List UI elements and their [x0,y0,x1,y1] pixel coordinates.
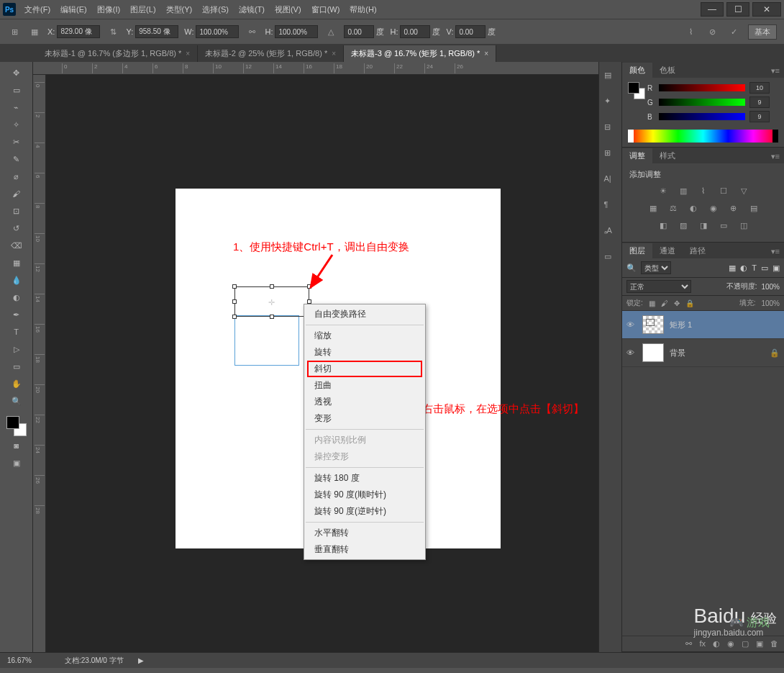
tab-layers[interactable]: 图层 [622,243,652,258]
photo-filter-icon[interactable]: ◉ [707,202,720,214]
cancel-transform-icon[interactable]: ⊘ [705,24,719,39]
opacity-value[interactable]: 100% [761,283,780,291]
fill-value[interactable]: 100% [761,299,780,307]
tab-close-icon[interactable]: × [186,50,190,58]
menu-item[interactable]: 窗口(W) [309,3,343,17]
r-slider[interactable] [659,84,745,91]
commit-transform-icon[interactable]: ✓ [726,24,741,39]
tab-color[interactable]: 颜色 [622,63,652,78]
transform-ref-icon[interactable]: ⊞ [7,24,22,39]
layer-fx-icon[interactable]: fx [699,639,706,649]
properties-panel-icon[interactable]: ⊟ [604,122,617,135]
quickmask-icon[interactable]: ◙ [9,438,24,453]
document-tab[interactable]: 未标题-2 @ 25% (矩形 1, RGB/8) *× [198,45,344,62]
free-transform-box[interactable]: ✛ [234,286,309,317]
tab-paths[interactable]: 路径 [683,243,713,258]
minimize-button[interactable]: — [701,2,724,17]
filter-kind-icon[interactable]: 🔍 [626,263,637,273]
filter-type-icon[interactable]: T [752,263,757,272]
panel-menu-icon[interactable]: ▾≡ [767,245,784,258]
zoom-tool-icon[interactable]: 🔍 [9,393,24,409]
b-value[interactable]: 9 [749,111,770,122]
x-input[interactable] [57,25,100,38]
actions-panel-icon[interactable]: ✦ [604,96,617,109]
glyphs-panel-icon[interactable]: ₐA [604,226,617,239]
shape-tool-icon[interactable]: ▭ [9,358,24,374]
threshold-icon[interactable]: ◨ [697,219,710,232]
color-spectrum[interactable] [628,130,778,143]
history-panel-icon[interactable]: ▤ [604,71,617,83]
mixer-icon[interactable]: ⊕ [727,202,740,214]
invert-icon[interactable]: ◧ [657,219,670,232]
context-menu-item[interactable]: 旋转 [304,344,425,361]
canvas-viewport[interactable]: ✛ 1、使用快捷键Ctrl+T，调出自由变换 2、右击鼠标，在选项中点击【斜切】… [46,75,598,652]
swap-xy-icon[interactable]: ⇅ [106,24,120,39]
bw-icon[interactable]: ◐ [687,202,700,214]
transform-handle[interactable] [232,284,237,289]
context-menu-item[interactable]: 旋转 90 度(顺时针) [304,487,425,503]
screenmode-icon[interactable]: ▣ [9,455,24,471]
new-layer-icon[interactable]: ▣ [756,639,763,649]
menu-item[interactable]: 图层(L) [127,3,158,17]
lasso-tool-icon[interactable]: ⌁ [9,99,24,115]
filter-adjust-icon[interactable]: ◐ [740,263,747,273]
exposure-icon[interactable]: ☐ [717,184,730,197]
tab-adjustments[interactable]: 调整 [622,148,652,163]
hue-icon[interactable]: ▦ [647,202,660,214]
new-group-icon[interactable]: ▢ [742,639,749,649]
layer-row[interactable]: 👁 矩形 1 [622,311,784,339]
panel-menu-icon[interactable]: ▾≡ [767,150,784,163]
posterize-icon[interactable]: ▨ [677,219,690,232]
move-tool-icon[interactable]: ✥ [9,65,24,81]
context-menu-item[interactable]: 自由变换路径 [304,306,425,322]
lock-transparent-icon[interactable]: ▦ [649,299,655,307]
lock-all-icon[interactable]: 🔒 [685,299,694,307]
zoom-value[interactable]: 16.67% [7,656,50,664]
transform-handle[interactable] [232,315,237,319]
menu-item[interactable]: 滤镜(T) [236,3,268,17]
transform-center-icon[interactable]: ✛ [268,298,275,305]
tab-swatches[interactable]: 色板 [652,63,683,78]
delete-layer-icon[interactable]: 🗑 [770,639,778,649]
eyedropper-tool-icon[interactable]: ✎ [9,151,24,167]
menu-item[interactable]: 文件(F) [22,3,53,17]
paragraph-panel-icon[interactable]: ¶ [604,200,617,213]
layer-thumbnail[interactable] [642,315,664,334]
color-swatch-mini[interactable] [628,82,645,99]
document-tab[interactable]: 未标题-3 @ 16.7% (矩形 1, RGB/8) *× [344,45,496,62]
rectangle-shape[interactable] [234,315,299,366]
skew-v-input[interactable] [455,25,486,38]
gradient-map-icon[interactable]: ▭ [717,219,730,232]
menu-item[interactable]: 选择(S) [199,3,232,17]
tab-close-icon[interactable]: × [484,50,488,58]
document-tab[interactable]: 未标题-1 @ 16.7% (多边形 1, RGB/8) *× [37,45,198,62]
transform-handle[interactable] [232,299,237,304]
lut-icon[interactable]: ▤ [747,202,760,214]
maximize-button[interactable]: ☐ [726,2,749,17]
context-menu-item[interactable]: 水平翻转 [304,525,425,541]
transform-handle[interactable] [270,315,274,319]
visibility-icon[interactable]: 👁 [626,348,637,357]
layer-thumbnail[interactable] [642,343,664,362]
blend-mode-select[interactable]: 正常 [626,280,691,293]
type-tool-icon[interactable]: T [9,324,24,340]
menu-item[interactable]: 图像(I) [94,3,123,17]
tab-styles[interactable]: 样式 [652,148,683,163]
lock-position-icon[interactable]: ✥ [674,299,680,307]
pen-tool-icon[interactable]: ✒ [9,307,24,322]
context-menu-item[interactable]: 缩放 [304,328,425,344]
tab-close-icon[interactable]: × [332,50,336,58]
h-input[interactable] [275,25,318,38]
g-slider[interactable] [659,99,745,106]
eraser-tool-icon[interactable]: ⌫ [9,238,24,253]
balance-icon[interactable]: ⚖ [667,202,680,214]
filter-pixel-icon[interactable]: ▦ [729,263,736,273]
character-panel-icon[interactable]: A| [604,174,617,187]
new-fill-icon[interactable]: ◉ [727,639,734,649]
context-menu-item[interactable]: 斜切 [307,361,422,377]
menu-item[interactable]: 编辑(E) [58,3,90,17]
context-menu-item[interactable]: 变形 [304,410,425,427]
path-select-tool-icon[interactable]: ▷ [9,341,24,357]
history-brush-tool-icon[interactable]: ↺ [9,220,24,236]
selective-icon[interactable]: ◫ [737,219,750,232]
